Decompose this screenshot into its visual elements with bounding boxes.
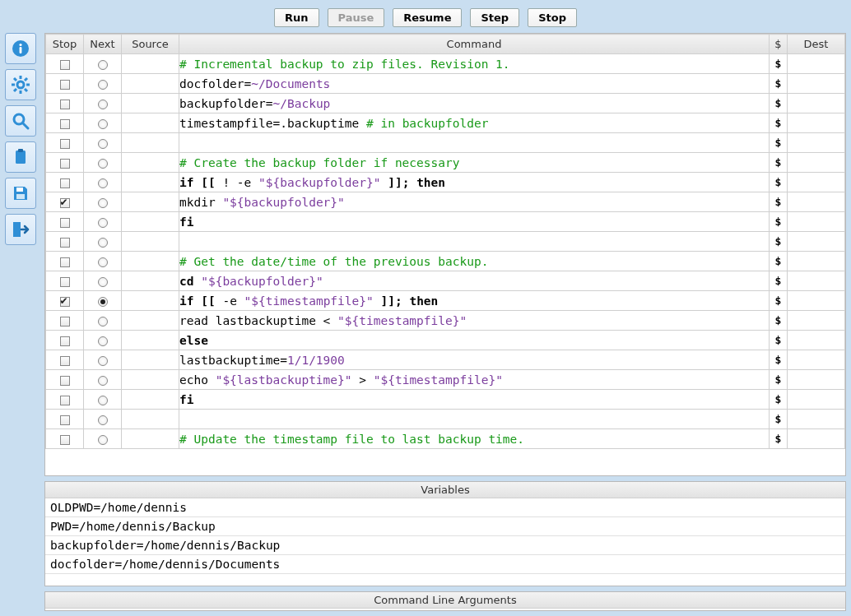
resume-button[interactable]: Resume xyxy=(393,8,462,27)
settings-button[interactable] xyxy=(5,69,36,100)
dollar-cell[interactable]: $ xyxy=(770,212,788,232)
stop-cell[interactable] xyxy=(46,212,84,232)
header-command[interactable]: Command xyxy=(179,35,770,54)
dest-cell[interactable] xyxy=(788,113,845,133)
next-radio[interactable] xyxy=(98,415,108,425)
stop-cell[interactable] xyxy=(46,74,84,94)
command-cell[interactable]: lastbackuptime=1/1/1900 xyxy=(179,350,770,370)
variables-list[interactable]: OLDPWD=/home/dennisPWD=/home/dennis/Back… xyxy=(45,498,845,586)
variable-row[interactable]: OLDPWD=/home/dennis xyxy=(45,498,845,517)
command-cell[interactable] xyxy=(179,232,770,252)
script-row[interactable]: echo "${lastbackuptime}" > "${timestampf… xyxy=(46,370,845,390)
source-cell[interactable] xyxy=(122,113,179,133)
stop-cell[interactable] xyxy=(46,311,84,331)
stop-cell[interactable] xyxy=(46,252,84,271)
stop-cell[interactable] xyxy=(46,271,84,291)
next-cell[interactable] xyxy=(84,133,122,153)
command-cell[interactable]: cd "${backupfolder}" xyxy=(179,271,770,291)
step-button[interactable]: Step xyxy=(470,8,519,27)
stop-cell[interactable] xyxy=(46,173,84,192)
next-cell[interactable] xyxy=(84,113,122,133)
stop-checkbox[interactable] xyxy=(60,119,70,129)
next-cell[interactable] xyxy=(84,350,122,370)
dollar-cell[interactable]: $ xyxy=(770,271,788,291)
source-cell[interactable] xyxy=(122,192,179,212)
dollar-cell[interactable]: $ xyxy=(770,192,788,212)
next-radio[interactable] xyxy=(98,100,108,109)
stop-checkbox[interactable] xyxy=(60,139,70,149)
script-row[interactable]: cd "${backupfolder}"$ xyxy=(46,271,845,291)
next-cell[interactable] xyxy=(84,153,122,173)
dollar-cell[interactable]: $ xyxy=(770,232,788,252)
header-next[interactable]: Next xyxy=(84,35,122,54)
source-cell[interactable] xyxy=(122,271,179,291)
script-row[interactable]: # Update the timestamp file to last back… xyxy=(46,429,845,449)
next-radio[interactable] xyxy=(98,198,108,208)
stop-cell[interactable] xyxy=(46,390,84,410)
command-cell[interactable]: if [[ -e "${timestampfile}" ]]; then xyxy=(179,291,770,311)
dest-cell[interactable] xyxy=(788,54,845,74)
dollar-cell[interactable]: $ xyxy=(770,113,788,133)
stop-cell[interactable] xyxy=(46,370,84,390)
source-cell[interactable] xyxy=(122,232,179,252)
stop-cell[interactable] xyxy=(46,232,84,252)
stop-checkbox[interactable] xyxy=(60,277,70,287)
source-cell[interactable] xyxy=(122,153,179,173)
dollar-cell[interactable]: $ xyxy=(770,54,788,74)
next-cell[interactable] xyxy=(84,192,122,212)
source-cell[interactable] xyxy=(122,429,179,449)
script-row[interactable]: else$ xyxy=(46,331,845,350)
stop-checkbox[interactable] xyxy=(60,60,70,70)
stop-checkbox[interactable] xyxy=(60,198,70,208)
next-radio[interactable] xyxy=(98,119,108,129)
next-radio[interactable] xyxy=(98,60,108,70)
script-row[interactable]: if [[ -e "${timestampfile}" ]]; then$ xyxy=(46,291,845,311)
stop-cell[interactable] xyxy=(46,410,84,429)
exit-button[interactable] xyxy=(5,214,36,245)
script-row[interactable]: $ xyxy=(46,410,845,429)
script-row[interactable]: fi$ xyxy=(46,390,845,410)
next-cell[interactable] xyxy=(84,54,122,74)
script-row[interactable]: $ xyxy=(46,133,845,153)
dest-cell[interactable] xyxy=(788,133,845,153)
stop-checkbox[interactable] xyxy=(60,257,70,267)
save-button[interactable] xyxy=(5,178,36,209)
variable-row[interactable]: docfolder=/home/dennis/Documents xyxy=(45,555,845,574)
dest-cell[interactable] xyxy=(788,153,845,173)
next-radio[interactable] xyxy=(98,178,108,188)
script-row[interactable]: fi$ xyxy=(46,212,845,232)
source-cell[interactable] xyxy=(122,94,179,113)
dollar-cell[interactable]: $ xyxy=(770,94,788,113)
script-row[interactable]: timestampfile=.backuptime # in backupfol… xyxy=(46,113,845,133)
stop-checkbox[interactable] xyxy=(60,356,70,366)
dest-cell[interactable] xyxy=(788,192,845,212)
stop-cell[interactable] xyxy=(46,192,84,212)
next-cell[interactable] xyxy=(84,410,122,429)
stop-cell[interactable] xyxy=(46,331,84,350)
header-source[interactable]: Source xyxy=(122,35,179,54)
dollar-cell[interactable]: $ xyxy=(770,74,788,94)
search-button[interactable] xyxy=(5,105,36,137)
dest-cell[interactable] xyxy=(788,429,845,449)
command-cell[interactable]: # Get the date/time of the previous back… xyxy=(179,252,770,271)
next-radio[interactable] xyxy=(98,396,108,405)
script-row[interactable]: lastbackuptime=1/1/1900$ xyxy=(46,350,845,370)
dollar-cell[interactable]: $ xyxy=(770,252,788,271)
script-grid-scroll[interactable]: Stop Next Source Command $ Dest # Increm… xyxy=(45,34,845,475)
next-cell[interactable] xyxy=(84,173,122,192)
source-cell[interactable] xyxy=(122,410,179,429)
script-row[interactable]: # Incremental backup to zip files. Revis… xyxy=(46,54,845,74)
script-row[interactable]: read lastbackuptime < "${timestampfile}"… xyxy=(46,311,845,331)
next-radio[interactable] xyxy=(98,435,108,445)
command-cell[interactable]: fi xyxy=(179,212,770,232)
stop-cell[interactable] xyxy=(46,54,84,74)
header-dest[interactable]: Dest xyxy=(788,35,845,54)
script-row[interactable]: if [[ ! -e "${backupfolder}" ]]; then$ xyxy=(46,173,845,192)
dest-cell[interactable] xyxy=(788,232,845,252)
next-radio[interactable] xyxy=(98,80,108,90)
next-cell[interactable] xyxy=(84,232,122,252)
stop-checkbox[interactable] xyxy=(60,80,70,90)
script-row[interactable]: backupfolder=~/Backup$ xyxy=(46,94,845,113)
paste-button[interactable] xyxy=(5,141,36,173)
next-cell[interactable] xyxy=(84,370,122,390)
